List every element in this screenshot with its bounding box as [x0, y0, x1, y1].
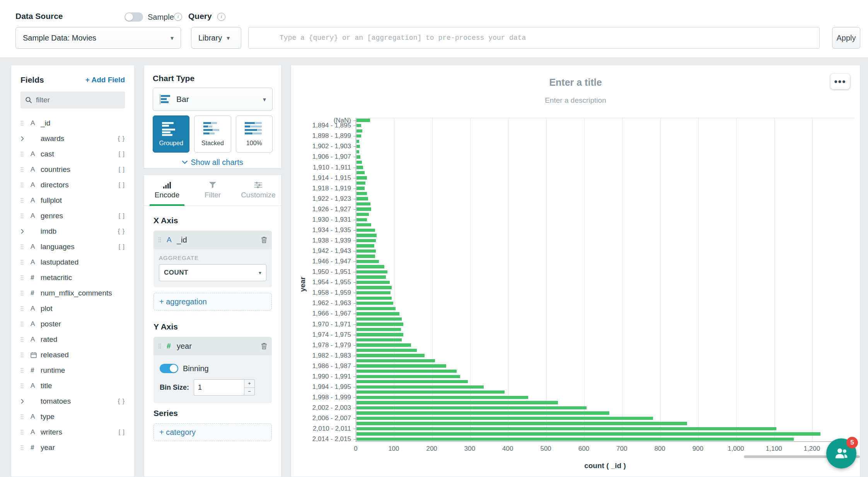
- field-row-year[interactable]: #year: [20, 440, 125, 455]
- field-row-writers[interactable]: Awriters[ ]: [20, 424, 125, 440]
- expand-chevron-icon[interactable]: [20, 136, 31, 141]
- decrement-button[interactable]: −: [244, 387, 255, 396]
- y-tick-label: 2,014 - 2,015: [312, 435, 351, 443]
- y-tick-mark: [353, 377, 356, 377]
- field-row-tomatoes[interactable]: tomatoes{ }: [20, 394, 125, 409]
- field-row-awards[interactable]: awards{ }: [20, 131, 125, 146]
- field-type-icon: #: [31, 289, 41, 297]
- bar: [356, 370, 457, 373]
- bar-chart-icon: [159, 94, 171, 105]
- binning-toggle[interactable]: [160, 364, 178, 373]
- drag-handle-icon[interactable]: [158, 237, 167, 243]
- bar: [356, 250, 376, 253]
- field-row-released[interactable]: released: [20, 347, 125, 363]
- y-tick-label: 1,930 - 1,931: [312, 216, 351, 224]
- bar: [356, 297, 392, 300]
- x-tick-label: 900: [692, 445, 703, 453]
- gridline: [812, 118, 813, 441]
- subtype-100-button[interactable]: 100%: [236, 115, 273, 153]
- y-tick-label: 1,966 - 1,967: [312, 310, 351, 317]
- y-tick-label: 1,986 - 1,987: [312, 362, 351, 370]
- expand-chevron-icon[interactable]: [20, 399, 31, 404]
- field-row-plot[interactable]: Aplot: [20, 301, 125, 316]
- field-row-metacritic[interactable]: #metacritic: [20, 270, 125, 285]
- info-icon[interactable]: i: [174, 13, 182, 21]
- drag-handle-icon: [20, 151, 31, 157]
- gridline: [508, 118, 508, 441]
- chart-type-select[interactable]: Bar ▾: [153, 88, 273, 111]
- y-tick-label: 1,970 - 1,971: [312, 321, 351, 328]
- bar: [356, 176, 367, 179]
- y-tick-mark: [353, 168, 356, 168]
- y-axis-field-chip[interactable]: # year: [153, 337, 272, 355]
- tab-customize[interactable]: Customize: [235, 175, 281, 205]
- info-icon[interactable]: i: [217, 13, 225, 21]
- toggle-knob: [125, 13, 133, 21]
- field-type-icon: A: [31, 119, 41, 127]
- subtype-label: 100%: [246, 140, 262, 147]
- field-row-imdb[interactable]: imdb{ }: [20, 224, 125, 239]
- bar: [356, 192, 367, 195]
- y-tick-mark: [353, 408, 356, 408]
- add-field-button[interactable]: + Add Field: [85, 76, 125, 84]
- apply-button[interactable]: Apply: [832, 27, 860, 49]
- aggregate-label: AGGREGATE: [159, 255, 266, 261]
- drag-handle-icon: [20, 352, 31, 358]
- chart-type-title: Chart Type: [153, 74, 273, 83]
- field-row-fullplot[interactable]: Afullplot: [20, 193, 125, 208]
- chat-button[interactable]: 5: [826, 438, 856, 469]
- y-tick-mark: [353, 314, 356, 314]
- field-row-languages[interactable]: Alanguages[ ]: [20, 239, 125, 255]
- field-row-type[interactable]: Atype: [20, 409, 125, 424]
- field-row-num_mflix_comments[interactable]: #num_mflix_comments: [20, 285, 125, 301]
- library-select[interactable]: Library ▾: [191, 27, 241, 49]
- field-row-poster[interactable]: Aposter: [20, 316, 125, 332]
- increment-button[interactable]: +: [244, 379, 255, 387]
- bar: [356, 343, 411, 346]
- y-tick-mark: [353, 303, 356, 304]
- more-options-button[interactable]: •••: [830, 74, 850, 89]
- bar: [356, 375, 460, 378]
- trash-icon[interactable]: [261, 343, 267, 350]
- aggregate-select[interactable]: COUNT ▾: [159, 264, 266, 281]
- add-category-button[interactable]: + category: [153, 423, 272, 441]
- y-tick-label: 1,898 - 1,899: [312, 132, 351, 140]
- field-row-title[interactable]: Atitle: [20, 378, 125, 394]
- chart-description-placeholder[interactable]: Enter a description: [291, 96, 860, 105]
- query-input[interactable]: [248, 27, 820, 49]
- tab-encode[interactable]: Encode: [144, 175, 190, 205]
- drag-handle-icon: [20, 121, 31, 126]
- bar: [356, 161, 362, 164]
- trash-icon[interactable]: [261, 236, 267, 243]
- x-tick-label: 500: [540, 445, 551, 453]
- field-filter-input[interactable]: [36, 96, 120, 104]
- bar: [356, 197, 368, 200]
- x-tick-label: 1,200: [804, 445, 820, 453]
- x-tick-label: 100: [388, 445, 399, 453]
- field-row-rated[interactable]: Arated: [20, 332, 125, 347]
- field-row-genres[interactable]: Agenres[ ]: [20, 208, 125, 224]
- tab-filter[interactable]: Filter: [190, 175, 235, 205]
- field-row-_id[interactable]: A_id: [20, 115, 125, 131]
- bin-size-input[interactable]: [194, 379, 244, 396]
- add-aggregation-button[interactable]: + aggregation: [153, 293, 272, 311]
- field-row-directors[interactable]: Adirectors[ ]: [20, 177, 125, 193]
- drag-handle-icon[interactable]: [158, 343, 167, 349]
- data-source-select[interactable]: Sample Data: Movies ▾: [15, 27, 181, 49]
- show-all-charts-link[interactable]: Show all charts: [153, 158, 273, 167]
- expand-chevron-icon[interactable]: [20, 229, 31, 234]
- field-row-cast[interactable]: Acast[ ]: [20, 146, 125, 162]
- bar: [356, 275, 386, 278]
- field-row-countries[interactable]: Acountries[ ]: [20, 162, 125, 177]
- field-row-runtime[interactable]: #runtime: [20, 363, 125, 378]
- subtype-stacked-button[interactable]: Stacked: [194, 115, 231, 153]
- field-row-lastupdated[interactable]: Alastupdated: [20, 255, 125, 270]
- sample-toggle[interactable]: [124, 12, 143, 22]
- drag-handle-icon: [20, 213, 31, 219]
- x-axis-field-chip[interactable]: A _id: [153, 231, 272, 249]
- field-name: countries: [41, 165, 70, 174]
- field-filter-box[interactable]: [20, 92, 125, 109]
- chart-title-placeholder[interactable]: Enter a title: [291, 77, 860, 88]
- field-name: genres: [41, 212, 63, 220]
- subtype-grouped-button[interactable]: Grouped: [153, 115, 189, 153]
